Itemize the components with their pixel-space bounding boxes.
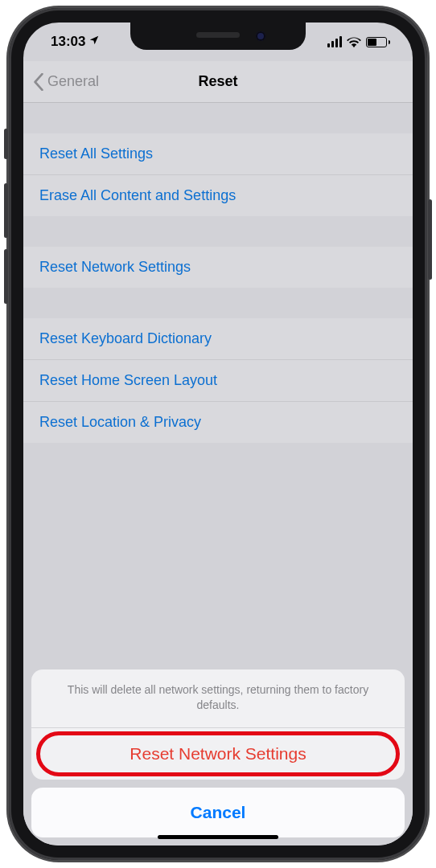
cancel-button[interactable]: Cancel	[31, 788, 405, 837]
cancel-label: Cancel	[191, 803, 246, 821]
cell-label: Reset Keyboard Dictionary	[39, 330, 212, 346]
cell-label: Reset Network Settings	[39, 259, 191, 275]
reset-network-settings-cell[interactable]: Reset Network Settings	[23, 247, 413, 288]
erase-all-content-cell[interactable]: Erase All Content and Settings	[23, 175, 413, 216]
reset-home-screen-layout-cell[interactable]: Reset Home Screen Layout	[23, 360, 413, 402]
action-sheet-group: This will delete all network settings, r…	[31, 669, 405, 780]
page-title: Reset	[198, 73, 237, 90]
reset-location-privacy-cell[interactable]: Reset Location & Privacy	[23, 402, 413, 443]
front-camera	[256, 31, 265, 41]
reset-all-settings-cell[interactable]: Reset All Settings	[23, 133, 413, 175]
silent-switch	[4, 129, 8, 159]
home-indicator[interactable]	[158, 835, 278, 839]
volume-down-button	[4, 249, 8, 304]
cell-label: Reset Location & Privacy	[39, 414, 201, 430]
notch	[130, 23, 306, 50]
settings-group: Reset Network Settings	[23, 247, 413, 288]
section-gap	[23, 288, 413, 318]
reset-keyboard-dictionary-cell[interactable]: Reset Keyboard Dictionary	[23, 318, 413, 360]
section-gap	[23, 103, 413, 133]
battery-icon	[366, 37, 390, 47]
destructive-label: Reset Network Settings	[130, 744, 306, 763]
status-time: 13:03	[51, 34, 85, 50]
cell-label: Reset All Settings	[39, 145, 153, 162]
status-left: 13:03	[51, 34, 100, 50]
screen: 13:03	[23, 23, 413, 845]
action-sheet-message: This will delete all network settings, r…	[31, 669, 405, 728]
device-frame: 13:03	[9, 8, 427, 860]
action-sheet: This will delete all network settings, r…	[23, 669, 413, 845]
chevron-left-icon	[33, 73, 44, 91]
settings-group: Reset All Settings Erase All Content and…	[23, 133, 413, 216]
wifi-icon	[347, 36, 361, 47]
back-label: General	[47, 73, 99, 90]
section-gap	[23, 216, 413, 247]
status-right	[327, 36, 390, 47]
speaker-grille	[196, 32, 240, 38]
signal-icon	[327, 36, 342, 47]
back-button[interactable]: General	[33, 61, 99, 102]
volume-up-button	[4, 183, 8, 238]
cell-label: Reset Home Screen Layout	[39, 372, 217, 388]
location-arrow-icon	[88, 34, 100, 50]
nav-bar: General Reset	[23, 61, 413, 103]
settings-group: Reset Keyboard Dictionary Reset Home Scr…	[23, 318, 413, 443]
power-button	[428, 199, 432, 280]
cell-label: Erase All Content and Settings	[39, 187, 236, 203]
reset-network-settings-destructive-button[interactable]: Reset Network Settings	[31, 728, 405, 780]
